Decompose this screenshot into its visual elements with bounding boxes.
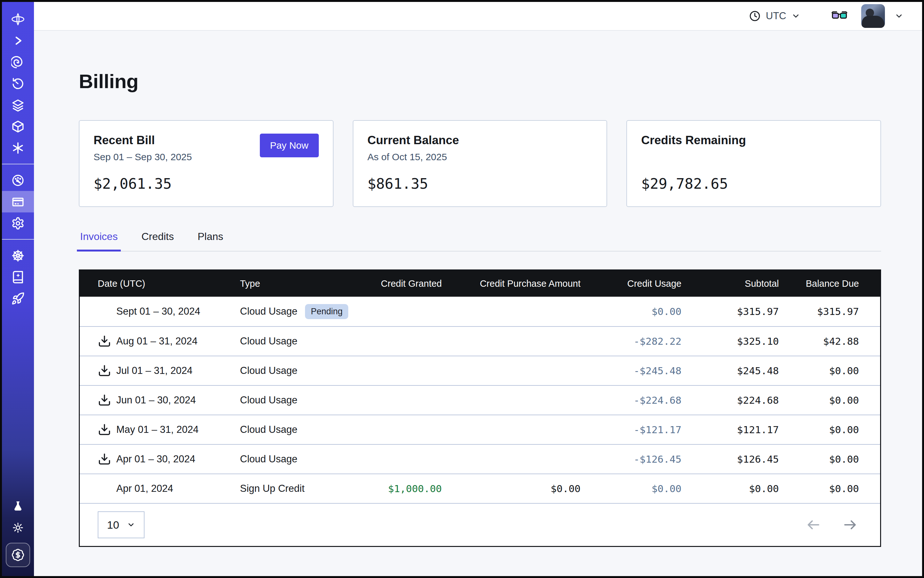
col-balance-due: Balance Due — [779, 278, 859, 289]
subtotal-value: $121.17 — [682, 424, 779, 435]
credits-remaining-card: Credits Remaining $29,782.65 — [626, 120, 881, 207]
download-invoice-icon[interactable] — [98, 364, 111, 377]
table-row: May 01 – 31, 2024 Cloud Usage -$121.17 $… — [80, 415, 880, 444]
invoice-type: Cloud Usage — [240, 453, 297, 465]
labs-flask-icon[interactable] — [12, 495, 24, 517]
credit-usage-value: -$224.68 — [581, 395, 682, 406]
credits-badge-button[interactable] — [6, 543, 30, 567]
invoice-date: Jul 01 – 31, 2024 — [116, 365, 193, 377]
download-slot — [98, 305, 111, 318]
chevron-down-icon — [791, 11, 801, 21]
timezone-selector[interactable]: UTC — [749, 10, 801, 22]
asterisk-icon[interactable] — [2, 137, 34, 159]
invoice-date: Apr 01, 2024 — [116, 483, 173, 494]
chevron-down-icon — [127, 521, 135, 529]
tab-credits[interactable]: Credits — [140, 231, 175, 251]
sidebar-item-billing[interactable] — [2, 191, 34, 213]
ship-wheel-icon[interactable] — [2, 245, 34, 266]
invoice-type: Cloud Usage — [240, 395, 297, 406]
download-slot — [98, 423, 111, 437]
credit-purchase-value: $0.00 — [442, 483, 581, 494]
page-title: Billing — [79, 70, 881, 93]
card-title: Current Balance — [367, 134, 593, 147]
layers-icon[interactable] — [2, 94, 34, 116]
pay-now-button[interactable]: Pay Now — [260, 134, 319, 157]
col-type: Type — [240, 278, 362, 289]
chevron-down-icon[interactable] — [895, 11, 903, 21]
col-credit-purchase-amount: Credit Purchase Amount — [442, 278, 581, 289]
status-badge: Pending — [305, 304, 348, 319]
previous-page-arrow-icon[interactable] — [806, 517, 821, 533]
col-credit-granted: Credit Granted — [362, 278, 442, 289]
trace-spiral-icon[interactable] — [2, 51, 34, 73]
page-size-select[interactable]: 10 — [98, 511, 145, 538]
logo-icon[interactable] — [2, 8, 34, 30]
invoices-table: Date (UTC) Type Credit Granted Credit Pu… — [79, 270, 881, 547]
history-clock-icon[interactable] — [2, 73, 34, 94]
rocket-icon[interactable] — [2, 288, 34, 309]
content: Billing Recent Bill Sep 01 – Sep 30, 202… — [34, 31, 922, 576]
recent-bill-amount: $2,061.35 — [94, 175, 319, 192]
sidebar — [2, 2, 34, 576]
table-row: Apr 01, 2024 Sign Up Credit $1,000.00 $0… — [80, 474, 880, 503]
settings-gear-icon[interactable] — [2, 213, 34, 234]
balance-due-value: $0.00 — [779, 365, 859, 377]
docs-book-icon[interactable] — [2, 266, 34, 288]
tab-plans[interactable]: Plans — [196, 231, 224, 251]
invoice-type-cell: Cloud Usage Pending — [240, 304, 362, 319]
invoice-date-cell: Sept 01 – 30, 2024 — [80, 305, 240, 318]
package-cube-icon[interactable] — [2, 116, 34, 137]
balance-due-value: $0.00 — [779, 483, 859, 494]
theme-sun-icon[interactable] — [12, 517, 24, 538]
invoice-type-cell: Cloud Usage — [240, 365, 362, 377]
usage-gauge-icon[interactable] — [2, 169, 34, 191]
invoice-type-cell: Sign Up Credit — [240, 483, 362, 494]
credit-usage-value: -$245.48 — [581, 365, 682, 377]
subtotal-value: $245.48 — [682, 365, 779, 377]
col-credit-usage: Credit Usage — [581, 278, 682, 289]
tab-invoices[interactable]: Invoices — [79, 231, 119, 251]
download-invoice-icon[interactable] — [98, 423, 111, 437]
main-area: UTC Billing Recent Bill Sep 01 – Sep 30,… — [34, 2, 922, 576]
balance-due-value: $315.97 — [779, 306, 859, 317]
table-row: Apr 01 – 30, 2024 Cloud Usage -$126.45 $… — [80, 444, 880, 474]
download-slot — [98, 452, 111, 466]
download-invoice-icon[interactable] — [98, 452, 111, 466]
sidebar-divider — [2, 164, 34, 164]
credits-remaining-amount: $29,782.65 — [641, 175, 866, 192]
download-invoice-icon[interactable] — [98, 393, 111, 407]
invoice-date: Jun 01 – 30, 2024 — [116, 395, 196, 406]
billing-tabs: Invoices Credits Plans — [79, 231, 881, 252]
credit-usage-value: $0.00 — [581, 306, 682, 317]
download-slot — [98, 393, 111, 407]
invoice-date-cell: Apr 01 – 30, 2024 — [80, 452, 240, 466]
invoice-type: Cloud Usage — [240, 306, 297, 317]
table-row: Sept 01 – 30, 2024 Cloud Usage Pending $… — [80, 297, 880, 326]
invoice-type-cell: Cloud Usage — [240, 453, 362, 465]
download-slot — [98, 482, 111, 495]
download-slot — [98, 334, 111, 348]
col-subtotal: Subtotal — [682, 278, 779, 289]
glasses-icon[interactable] — [831, 8, 848, 24]
invoice-date-cell: Aug 01 – 31, 2024 — [80, 334, 240, 348]
recent-bill-card: Recent Bill Sep 01 – Sep 30, 2025 $2,061… — [79, 120, 333, 207]
download-invoice-icon[interactable] — [98, 334, 111, 348]
credit-granted-value: $1,000.00 — [362, 483, 442, 494]
collapse-chevron-icon[interactable] — [2, 30, 34, 51]
credit-usage-value: -$121.17 — [581, 424, 682, 435]
subtotal-value: $325.10 — [682, 336, 779, 347]
invoice-type-cell: Cloud Usage — [240, 424, 362, 435]
invoice-date: Sept 01 – 30, 2024 — [116, 306, 200, 317]
sidebar-bottom-group — [2, 495, 34, 567]
next-page-arrow-icon[interactable] — [842, 517, 858, 533]
subtotal-value: $126.45 — [682, 453, 779, 465]
app-window: UTC Billing Recent Bill Sep 01 – Sep 30,… — [0, 0, 924, 578]
invoice-date: Aug 01 – 31, 2024 — [116, 336, 197, 347]
table-row: Jul 01 – 31, 2024 Cloud Usage -$245.48 $… — [80, 356, 880, 385]
invoice-date: Apr 01 – 30, 2024 — [116, 453, 195, 465]
invoice-type-cell: Cloud Usage — [240, 336, 362, 347]
credit-usage-value: -$282.22 — [581, 336, 682, 347]
avatar[interactable] — [861, 4, 885, 28]
subtotal-value: $315.97 — [682, 306, 779, 317]
download-slot — [98, 364, 111, 377]
